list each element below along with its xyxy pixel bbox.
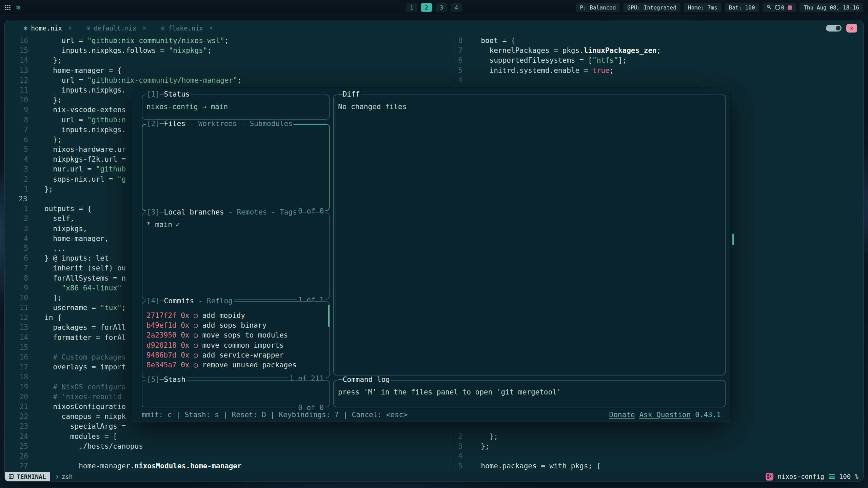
- branch-check-icon: ✓: [176, 221, 180, 229]
- code-text: [465, 451, 472, 461]
- line-number: 17: [9, 362, 33, 372]
- workspace-4[interactable]: 4: [451, 3, 462, 12]
- code-line: [454, 422, 863, 431]
- tab-label: default.nix: [94, 24, 137, 32]
- system-tray[interactable]: 0: [763, 3, 796, 12]
- bar-module[interactable]: Home: 7ms: [684, 3, 722, 12]
- panel-files[interactable]: [2]─Files - Worktrees - Submodules 0 of …: [142, 124, 330, 211]
- workspace-2[interactable]: 2: [421, 3, 432, 12]
- color-swatch-icon[interactable]: [788, 5, 792, 10]
- workspace-3[interactable]: 3: [436, 3, 447, 12]
- line-number: 5: [9, 244, 33, 253]
- code-text: [465, 76, 472, 85]
- commit-row[interactable]: 8e345a7 0x ○ remove unused packages: [146, 360, 325, 370]
- key-icon[interactable]: [767, 5, 772, 10]
- shell-tab[interactable]: ❯ zsh: [50, 472, 78, 481]
- tab-label: flake.nix: [168, 24, 203, 32]
- diff-content: No changed files: [338, 103, 407, 111]
- line-number: 2: [9, 175, 33, 184]
- commit-node-icon: ○: [189, 361, 198, 369]
- apps-grid-icon[interactable]: [5, 4, 11, 11]
- topbar: ❄ 1234 P: BalancedGPU: IntegratedHome: 7…: [0, 0, 868, 15]
- line-number: 3: [454, 442, 465, 451]
- code-text: url = "github:nix-community/home-manager…: [33, 76, 242, 85]
- code-line: 3 };: [454, 442, 863, 451]
- panel-commits-title: [4]─Commits - Reflog: [146, 297, 234, 305]
- line-number: 6: [454, 56, 465, 65]
- tab-close-icon[interactable]: ×: [143, 25, 146, 32]
- line-number: 5: [454, 461, 465, 471]
- line-number: 3: [9, 224, 33, 234]
- line-number: 6: [9, 253, 33, 263]
- line-number: 16: [9, 36, 33, 46]
- commits-scrollbar-thumb[interactable]: [328, 305, 330, 327]
- tabs: ❄home.nix×❄default.nix×❄flake.nix×: [5, 24, 213, 32]
- ask-question-link[interactable]: Ask Question: [639, 411, 691, 419]
- workspace-1[interactable]: 1: [406, 3, 417, 12]
- toggle-knob: [836, 26, 841, 30]
- bar-module[interactable]: P: Balanced: [576, 3, 620, 12]
- code-text: nixpkgs,: [33, 224, 87, 234]
- code-text: initrd.systemd.enable = true;: [465, 66, 614, 76]
- commit-node-icon: ○: [189, 321, 198, 329]
- panel-stash[interactable]: [5]─Stash 0 of 0: [142, 380, 330, 407]
- code-text: home-manager.nixosModules.home-manager: [33, 461, 242, 471]
- tab-close-icon[interactable]: ×: [68, 25, 72, 32]
- mode-label: TERMINAL: [17, 473, 46, 480]
- line-number: 20: [9, 392, 33, 402]
- bar-module[interactable]: Bat: 100: [725, 3, 759, 12]
- repo-name[interactable]: nixos-config: [778, 473, 824, 480]
- panel-branches[interactable]: [3]─Local branches - Remotes - Tags * ma…: [142, 212, 330, 300]
- code-text: canopus = nixpk: [33, 412, 126, 422]
- tab-label: home.nix: [31, 24, 62, 32]
- tab-close-icon[interactable]: ×: [209, 25, 213, 32]
- panel-commits[interactable]: [4]─Commits - Reflog 2717f2f 0x ○ add mo…: [142, 301, 330, 378]
- nix-logo-icon[interactable]: ❄: [16, 3, 20, 12]
- code-line: 23 specialArgs =: [5, 422, 453, 431]
- commit-row[interactable]: 2a23950 0x ○ move sops to modules: [146, 330, 325, 340]
- code-text: packages = forAll: [33, 323, 126, 332]
- pane-scrollbar-thumb[interactable]: [732, 233, 734, 245]
- code-text: } @ inputs: let: [33, 253, 109, 263]
- line-number: 10: [9, 95, 33, 105]
- panel-stash-title: [5]─Stash: [146, 375, 186, 384]
- code-line: 26: [5, 451, 453, 461]
- panel-branches-title: [3]─Local branches - Remotes - Tags: [146, 208, 298, 216]
- code-text: modules = [: [33, 432, 117, 442]
- code-text: forAllSystems = n: [33, 273, 126, 283]
- code-text: ./hosts/canopus: [33, 442, 143, 451]
- code-line: 14 };: [5, 56, 453, 65]
- shield-icon[interactable]: 0: [775, 4, 785, 11]
- command-log-content: press 'M' in the files panel to open 'gi…: [338, 388, 561, 396]
- commit-row[interactable]: b49ef1d 0x ○ add sops binary: [146, 321, 325, 330]
- panel-diff[interactable]: ─Diff No changed files: [333, 95, 726, 375]
- pin-toggle[interactable]: [826, 25, 842, 32]
- tab-bar: ❄home.nix×❄default.nix×❄flake.nix× ✕: [5, 20, 863, 36]
- code-text: sops-nix.url = "g: [33, 175, 126, 184]
- panel-status[interactable]: [1]─Status nixos-config → main: [142, 95, 330, 120]
- code-text: in {: [33, 313, 62, 323]
- commit-row[interactable]: d920218 0x ○ move common imports: [146, 341, 325, 350]
- close-window-button[interactable]: ✕: [846, 24, 857, 33]
- code-line: 8 boot = {: [454, 36, 863, 46]
- code-text: };: [33, 56, 62, 65]
- tab-default.nix[interactable]: ❄default.nix×: [86, 24, 146, 32]
- branch-item[interactable]: * main: [146, 221, 172, 229]
- code-text: username = "tux";: [33, 303, 126, 313]
- donate-link[interactable]: Donate: [609, 411, 635, 419]
- panel-command-log[interactable]: ─Command log press 'M' in the files pane…: [333, 380, 726, 407]
- commit-row[interactable]: 9486b7d 0x ○ add service-wrapper: [146, 350, 325, 360]
- tab-home.nix[interactable]: ❄home.nix×: [24, 24, 72, 32]
- line-number: 10: [9, 293, 33, 303]
- clock[interactable]: Thu Aug 08, 18:16: [800, 3, 863, 12]
- tab-flake.nix[interactable]: ❄flake.nix×: [161, 24, 213, 32]
- bar-modules: P: BalancedGPU: IntegratedHome: 7msBat: …: [576, 3, 759, 12]
- line-number: 5: [454, 66, 465, 76]
- shell-prompt-icon: ❯: [56, 473, 59, 480]
- commit-row[interactable]: 2717f2f 0x ○ add mopidy: [146, 311, 325, 321]
- line-number: 26: [9, 451, 33, 461]
- line-number: 1: [9, 204, 33, 214]
- bar-module[interactable]: GPU: Integrated: [623, 3, 680, 12]
- line-number: 4: [9, 234, 33, 244]
- line-number: 23: [9, 194, 33, 204]
